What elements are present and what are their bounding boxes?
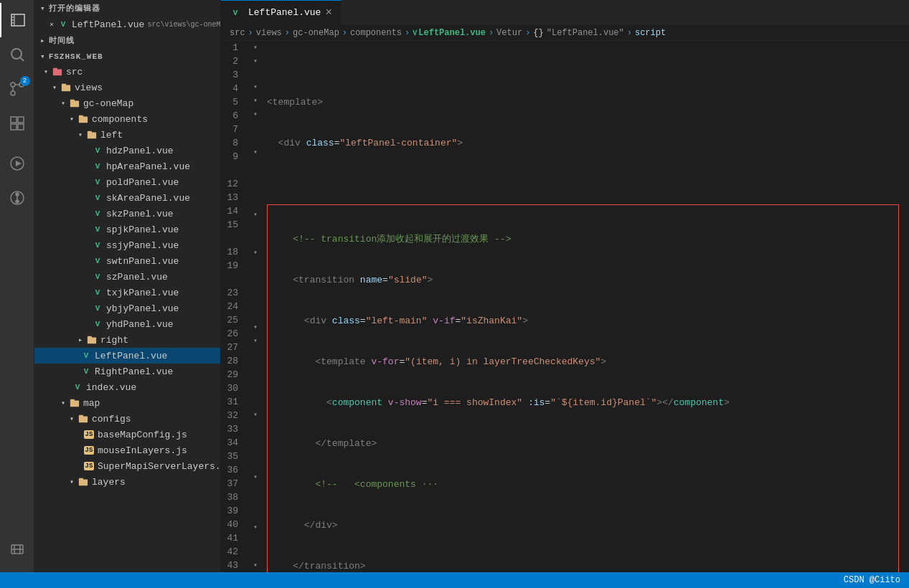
tree-item-ssjyPanel[interactable]: V ssjyPanel.vue	[34, 237, 220, 253]
activity-search[interactable]	[0, 37, 34, 72]
code-editor[interactable]: 1 2 3 4 5 6 7 8 9 12 13 14 15 18 19	[221, 41, 909, 572]
activity-run[interactable]	[0, 146, 34, 181]
status-bar: CSDN @Ciito	[0, 572, 909, 588]
activity-source-control[interactable]: 2	[0, 72, 34, 106]
svg-rect-26	[70, 100, 75, 103]
tree-item-skAreaPanel[interactable]: V skAreaPanel.vue	[34, 190, 220, 206]
svg-rect-38	[79, 478, 83, 481]
vue-icon: V	[92, 287, 103, 298]
tree-item-txjkPanel[interactable]: V txjkPanel.vue	[34, 285, 220, 300]
fold-arrow-9[interactable]: ▾	[250, 146, 261, 159]
vue-icon: V	[80, 350, 92, 361]
svg-rect-36	[79, 415, 83, 418]
tree-item-views[interactable]: ▾ views	[34, 80, 220, 95]
highlight-template-block: <!-- transition添加收起和展开的过渡效果 --> <transit…	[267, 204, 899, 572]
fold-arrow-27[interactable]: ▾	[250, 321, 261, 334]
status-text: CSDN @Ciito	[844, 575, 900, 585]
fold-arrow-19[interactable]: ▾	[250, 246, 261, 260]
fold-arrow-46[interactable]: ▾	[250, 559, 261, 572]
svg-point-15	[16, 200, 19, 203]
tree-item-map[interactable]: ▾ map	[34, 395, 220, 411]
svg-marker-12	[16, 161, 22, 166]
tree-item-hpAreaPanel[interactable]: V hpAreaPanel.vue	[34, 158, 220, 174]
tree-item-right[interactable]: ▸ right	[34, 332, 220, 348]
vue-icon: V	[92, 161, 103, 172]
tree-item-configs[interactable]: ▾ configs	[34, 411, 220, 427]
chevron-down-icon: ▾	[40, 52, 46, 61]
tree-item-swtnPanel[interactable]: V swtnPanel.vue	[34, 253, 220, 269]
tree-item-poldPanel[interactable]: V poldPanel.vue	[34, 174, 220, 190]
editor-area: V LeftPanel.vue × src › views › gc-oneMa…	[221, 0, 909, 572]
tree-item-left[interactable]: ▾ left	[34, 127, 220, 143]
code-line-2: <div class="leftPanel-container">	[267, 136, 899, 150]
activity-git[interactable]	[0, 181, 34, 215]
tab-leftpanel[interactable]: V LeftPanel.vue ×	[221, 0, 342, 24]
activity-remote[interactable]	[0, 532, 34, 566]
collapse-icon: ▾	[40, 66, 52, 77]
open-editor-leftpanel[interactable]: ✕ V LeftPanel.vue src\views\gc-oneMap\co…	[34, 16, 220, 32]
tree-item-ybjyPanel[interactable]: V ybjyPanel.vue	[34, 300, 220, 316]
folder-icon	[86, 129, 98, 141]
folder-icon-src	[52, 66, 63, 77]
chevron-down-icon: ▾	[40, 4, 46, 13]
vue-icon: V	[92, 303, 103, 314]
fold-arrow-43[interactable]: ▾	[250, 521, 261, 534]
fold-arrow-4[interactable]: ▾	[250, 80, 261, 94]
vue-icon: V	[92, 318, 103, 330]
fold-arrow-5[interactable]: ▾	[250, 94, 261, 108]
code-line-9: <!-- <components ···	[268, 478, 898, 491]
breadcrumb-script[interactable]: script	[635, 28, 666, 38]
open-editors-header[interactable]: ▾ 打开的编辑器	[34, 0, 220, 16]
timeline-header[interactable]: ▸ 时间线	[34, 32, 220, 49]
tree-item-yhdPanel[interactable]: V yhdPanel.vue	[34, 316, 220, 332]
code-line-13: </transition>	[268, 559, 898, 572]
fold-arrow-15[interactable]: ▾	[250, 208, 261, 222]
tree-item-RightPanel[interactable]: V RightPanel.vue	[34, 364, 220, 379]
svg-rect-32	[88, 336, 92, 339]
tree-item-mouseInLayers[interactable]: JS mouseInLayers.js	[34, 442, 220, 458]
svg-point-14	[16, 193, 19, 196]
tree-item-baseMapConfig[interactable]: JS baseMapConfig.js	[34, 427, 220, 442]
scrollbar-track[interactable]	[899, 41, 909, 572]
activity-extensions[interactable]	[0, 106, 34, 141]
tree-item-layers[interactable]: ▾ layers	[34, 474, 220, 490]
tree-item-src[interactable]: ▾ src	[34, 64, 220, 80]
svg-rect-28	[79, 115, 83, 118]
tab-close-button[interactable]: ×	[325, 7, 332, 19]
tree-item-components[interactable]: ▾ components	[34, 111, 220, 127]
code-content[interactable]: <template> <div class="leftPanel-contain…	[261, 41, 899, 572]
tree-item-skzPanel[interactable]: V skzPanel.vue	[34, 206, 220, 222]
fold-arrow-34[interactable]: ▾	[250, 408, 261, 422]
fold-arrows: ▾ ▾ ▾ ▾ ▾ ▾ ▾ ▾	[250, 41, 261, 572]
tree-item-index-vue[interactable]: V index.vue	[34, 379, 220, 395]
svg-point-2	[11, 91, 15, 95]
fold-arrow-1[interactable]: ▾	[250, 41, 261, 54]
tree-item-SuperMapiServerLayers[interactable]: JS SuperMapiServerLayers.js	[34, 458, 220, 474]
tree-item-gc-onemap[interactable]: ▾ gc-oneMap	[34, 95, 220, 111]
vue-icon: V	[92, 255, 103, 267]
vue-icon: V	[92, 192, 103, 204]
code-line-5: <div class="left-main" v-if="isZhanKai">	[268, 314, 898, 328]
activity-explorer[interactable]	[0, 3, 34, 37]
tree-item-szPanel[interactable]: V szPanel.vue	[34, 269, 220, 285]
tree-item-spjkPanel[interactable]: V spjkPanel.vue	[34, 222, 220, 237]
root-folder-header[interactable]: ▾ FSZHSK_WEB	[34, 49, 220, 64]
js-file-icon: JS	[83, 445, 95, 456]
line-numbers: 1 2 3 4 5 6 7 8 9 12 13 14 15 18 19	[221, 41, 250, 572]
svg-line-1	[20, 58, 24, 62]
svg-rect-30	[88, 131, 92, 134]
code-line-12: </div>	[268, 518, 898, 532]
tree-item-hdzPanel[interactable]: V hdzPanel.vue	[34, 143, 220, 158]
fold-arrow-2[interactable]: ▾	[250, 54, 261, 68]
fold-arrow-6[interactable]: ▾	[250, 108, 261, 121]
svg-rect-9	[11, 124, 17, 130]
svg-point-4	[11, 82, 15, 87]
svg-rect-34	[70, 399, 75, 402]
breadcrumb: src › views › gc-oneMap › components › V…	[221, 25, 909, 41]
fold-arrow-39[interactable]: ▾	[250, 470, 261, 484]
vue-icon: V	[92, 240, 103, 251]
tree-item-LeftPanel[interactable]: V LeftPanel.vue	[34, 348, 220, 364]
activity-bar: 2	[0, 0, 34, 572]
code-line-6: <template v-for="(item, i) in layerTreeC…	[268, 355, 898, 369]
fold-arrow-28[interactable]: ▾	[250, 334, 261, 348]
